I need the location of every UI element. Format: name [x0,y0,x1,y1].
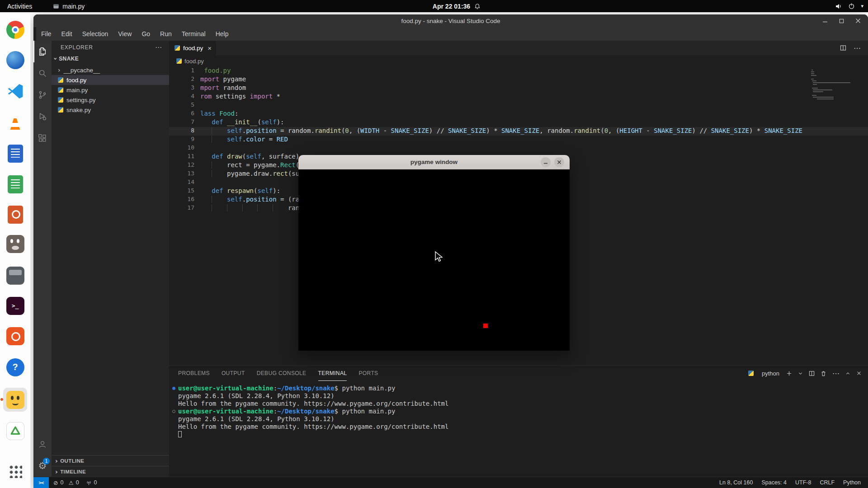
system-status-area[interactable]: ▾ [835,0,863,12]
errors-icon[interactable]: ⊘ [53,479,58,486]
code-line-9: 9 self.color = RED [169,136,868,144]
editor-more-actions-icon[interactable]: ⋯ [854,44,861,52]
dock-chrome-icon[interactable] [3,18,27,42]
dock-writer-icon[interactable] [3,141,27,165]
outline-section[interactable]: › OUTLINE [52,455,169,466]
dock: >_ ? [0,12,30,488]
activities-button[interactable]: Activities [7,3,32,10]
project-name: SNAKE [59,56,79,62]
warnings-icon[interactable]: ⚠ [68,479,73,486]
explorer-more-actions-icon[interactable]: ⋯ [155,43,162,52]
panel-tab-output[interactable]: OUTPUT [222,366,245,381]
panel-tab-problems[interactable]: PROBLEMS [178,366,210,381]
dock-ubuntu-software-icon[interactable] [3,324,27,348]
panel-close-icon[interactable] [856,371,862,376]
dock-gimp-icon[interactable] [3,232,27,256]
menu-view[interactable]: View [113,28,137,39]
outline-label: OUTLINE [60,458,84,464]
file-item-snake-py[interactable]: snake.py [52,105,169,115]
status-spaces[interactable]: Spaces: 4 [761,479,787,486]
dock-help-icon[interactable]: ? [3,355,27,379]
terminal-line-5: pygame 2.6.1 (SDL 2.28.4, Python 3.10.12… [178,415,868,423]
accounts-icon[interactable] [33,433,52,455]
code-line-1: 1 food.py [169,67,868,75]
minimap[interactable] [810,68,857,102]
split-editor-icon[interactable] [840,45,846,51]
run-debug-icon[interactable] [33,106,52,127]
code-line-2: 2mport pygame [169,75,868,84]
terminal-line-4: user@user-virtual-machine:~/Desktop/snak… [178,408,868,415]
python-file-icon [58,97,63,103]
chevron-right-icon: › [55,468,58,475]
activity-bar: ⚙ 1 [33,41,52,477]
dock-vlc-icon[interactable] [3,110,27,134]
menu-edit[interactable]: Edit [57,28,77,39]
dock-impress-icon[interactable] [3,202,27,226]
file-item-main-py[interactable]: main.py [52,85,169,95]
dock-gray-app-icon[interactable] [3,263,27,287]
breadcrumb-file: food.py [184,58,204,65]
ports-icon[interactable] [86,480,92,486]
command-decoration[interactable] [172,387,175,390]
status-ln[interactable]: Ln 8, Col 160 [719,479,753,486]
status-crlf[interactable]: CRLF [820,479,835,486]
kill-terminal-icon[interactable] [821,371,826,376]
terminal-output[interactable]: user@user-virtual-machine:~/Desktop/snak… [169,381,868,438]
dock-blue-app-icon[interactable] [3,48,27,72]
remote-indicator[interactable]: >< [33,477,49,488]
command-decoration[interactable] [172,410,175,413]
dock-python-game-icon[interactable] [3,388,27,412]
vscode-titlebar[interactable]: food.py - snake - Visual Studio Code [33,14,868,27]
panel-tab-terminal[interactable]: TERMINAL [318,366,347,381]
menu-run[interactable]: Run [155,28,177,39]
new-terminal-icon[interactable] [786,371,792,376]
errors-count: 0 [60,479,63,486]
timeline-section[interactable]: › TIMELINE [52,466,169,477]
search-icon[interactable] [33,62,52,84]
panel-maximize-icon[interactable] [845,371,850,376]
menu-help[interactable]: Help [211,28,234,39]
focused-app-indicator[interactable]: main.py [53,3,85,10]
menu-selection[interactable]: Selection [77,28,113,39]
close-button[interactable] [855,18,861,23]
panel-tab-debug-console[interactable]: DEBUG CONSOLE [257,366,307,381]
menu-file[interactable]: File [36,28,57,39]
dock-trash-icon[interactable] [3,419,27,443]
tab-close-icon[interactable]: × [208,44,212,52]
file-tree: ›__pycache__food.pymain.pysettings.pysna… [52,65,169,115]
menu-go[interactable]: Go [137,28,155,39]
file-item-food-py[interactable]: food.py [52,75,169,85]
menu-bar: FileEditSelectionViewGoRunTerminalHelp [36,27,868,41]
dock-terminal-icon[interactable]: >_ [3,294,27,318]
pygame-titlebar[interactable]: pygame window [298,155,570,169]
file-item--pycache-[interactable]: ›__pycache__ [52,65,169,75]
panel-more-actions-icon[interactable]: ⋯ [832,369,840,378]
split-terminal-icon[interactable] [809,371,815,376]
maximize-button[interactable] [839,19,844,23]
project-root[interactable]: › SNAKE [52,54,169,63]
minimize-button[interactable] [822,18,828,23]
dock-show-apps-icon[interactable] [3,459,27,483]
menu-terminal[interactable]: Terminal [177,28,211,39]
terminal-dropdown-icon[interactable] [798,371,803,376]
status-utf-8[interactable]: UTF-8 [795,479,811,486]
manage-gear-icon[interactable]: ⚙ 1 [33,455,52,477]
shell-label[interactable]: python [762,370,779,377]
clock-menu[interactable]: Apr 22 01:36 [433,3,481,10]
source-control-icon[interactable] [33,84,52,106]
explorer-icon[interactable] [33,41,52,62]
tab-food-py[interactable]: food.py × [169,41,216,55]
terminal-line-7 [178,431,868,438]
extensions-icon[interactable] [33,127,52,149]
panel-tab-ports[interactable]: PORTS [359,366,378,381]
file-item-settings-py[interactable]: settings.py [52,95,169,105]
status-python[interactable]: Python [843,479,861,486]
dock-calc-icon[interactable] [3,172,27,196]
terminal-line-6: Hello from the pygame community. https:/… [178,423,868,431]
code-line-8: 8 self.position = random.randint(0, (WID… [169,127,868,136]
breadcrumb[interactable]: food.py [169,55,868,67]
pygame-close-button[interactable] [554,157,564,167]
pygame-minimize-button[interactable] [541,157,551,167]
dock-vscode-icon[interactable] [3,79,27,103]
recycle-icon [9,426,21,436]
